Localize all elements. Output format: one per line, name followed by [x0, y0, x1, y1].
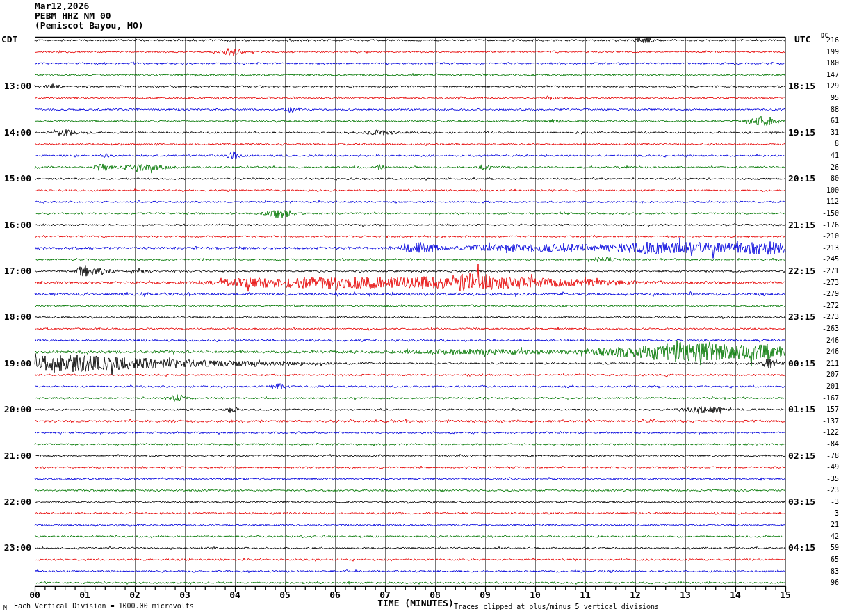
title-station: PEBM HHZ NM 00 [35, 11, 144, 21]
dc-offset-value: -3 [799, 498, 839, 505]
dc-offset-value: -41 [799, 152, 839, 159]
seismogram-canvas [0, 0, 841, 616]
dc-offset-value: 83 [799, 567, 839, 575]
dc-offset-value: 199 [799, 48, 839, 56]
dc-offset-value: -150 [799, 209, 839, 217]
dc-offset-value: 96 [799, 578, 839, 586]
x-axis-tick-label: 13 [673, 590, 698, 600]
title-block: Mar12,2026 PEBM HHZ NM 00 (Pemiscot Bayo… [35, 1, 144, 31]
title-date: Mar12,2026 [35, 1, 144, 11]
dc-offset-value: -245 [799, 255, 839, 263]
left-time-label: 13:00 [0, 81, 31, 91]
dc-offset-value: 59 [799, 544, 839, 551]
dc-offset-value: 88 [799, 106, 839, 113]
dc-offset-value: 216 [799, 36, 839, 44]
x-axis-tick-label: 03 [172, 590, 197, 600]
x-axis-tick-label: 02 [122, 590, 147, 600]
x-axis-tick-label: 04 [222, 590, 247, 600]
left-time-label: 18:00 [0, 311, 31, 322]
x-axis-tick-label: 06 [322, 590, 348, 600]
clip-note: Traces clipped at plus/minus 5 vertical … [454, 603, 659, 610]
scale-note: Each Vertical Division = 1000.00 microvo… [14, 602, 194, 610]
x-axis-tick-label: 01 [72, 590, 97, 600]
x-axis-tick-label: 12 [623, 590, 648, 600]
dc-offset-value: 61 [799, 117, 839, 124]
left-time-label: 17:00 [0, 266, 31, 276]
dc-offset-value: 65 [799, 556, 839, 563]
dc-offset-value: -213 [799, 244, 839, 252]
left-time-label: 21:00 [0, 451, 31, 461]
dc-offset-value: -207 [799, 371, 839, 378]
left-time-label: 14:00 [0, 127, 31, 138]
dc-offset-value: -35 [799, 475, 839, 483]
dc-offset-value: -263 [799, 325, 839, 332]
left-time-label: 16:00 [0, 220, 31, 230]
dc-offset-value: -100 [799, 186, 839, 194]
dc-offset-value: -84 [799, 440, 839, 448]
dc-offset-value: -279 [799, 290, 839, 298]
dc-offset-value: -80 [799, 175, 839, 182]
left-time-label: 15:00 [0, 173, 31, 184]
x-axis-tick-label: 15 [773, 590, 798, 600]
dc-offset-value: -49 [799, 463, 839, 471]
dc-offset-value: -271 [799, 267, 839, 275]
dc-offset-value: -137 [799, 417, 839, 425]
dc-offset-value: 147 [799, 71, 839, 79]
dc-offset-value: -272 [799, 302, 839, 309]
helicorder-page: Mar12,2026 PEBM HHZ NM 00 (Pemiscot Bayo… [0, 0, 841, 616]
dc-offset-value: -112 [799, 197, 839, 205]
x-axis-tick-label: 05 [272, 590, 297, 600]
dc-offset-value: -273 [799, 279, 839, 286]
dc-offset-value: -246 [799, 348, 839, 355]
dc-offset-value: -167 [799, 394, 839, 402]
dc-offset-value: 8 [799, 140, 839, 147]
dc-offset-value: 95 [799, 94, 839, 102]
dc-offset-value: -122 [799, 428, 839, 436]
dc-offset-value: -26 [799, 163, 839, 171]
left-time-label: 22:00 [0, 496, 31, 507]
dc-offset-value: -201 [799, 382, 839, 390]
dc-offset-value: 180 [799, 59, 839, 67]
x-axis-tick-label: 09 [473, 590, 498, 600]
left-time-label: 20:00 [0, 404, 31, 414]
dc-offset-value: -210 [799, 232, 839, 240]
x-axis-tick-label: 11 [573, 590, 598, 600]
dc-offset-value: -78 [799, 452, 839, 460]
title-location: (Pemiscot Bayou, MO) [35, 21, 144, 31]
x-axis-tick-label: 10 [523, 590, 548, 600]
dc-offset-value: -23 [799, 486, 839, 494]
dc-offset-value: 21 [799, 521, 839, 528]
left-time-label: 19:00 [0, 358, 31, 368]
logo-m: M [3, 605, 7, 611]
dc-offset-value: -176 [799, 221, 839, 229]
x-axis-tick-label: 14 [723, 590, 748, 600]
left-timezone-label: CDT [1, 34, 17, 44]
dc-offset-value: -211 [799, 359, 839, 367]
dc-offset-value: 3 [799, 510, 839, 517]
x-axis-title: TIME (MINUTES) [367, 598, 464, 608]
left-time-label: 23:00 [0, 542, 31, 553]
x-axis-tick-label: 00 [22, 590, 47, 600]
dc-offset-value: 31 [799, 129, 839, 136]
dc-offset-value: 129 [799, 82, 839, 90]
dc-offset-value: -273 [799, 313, 839, 321]
dc-offset-value: -246 [799, 337, 839, 344]
dc-offset-value: -157 [799, 405, 839, 413]
dc-offset-value: 42 [799, 533, 839, 540]
